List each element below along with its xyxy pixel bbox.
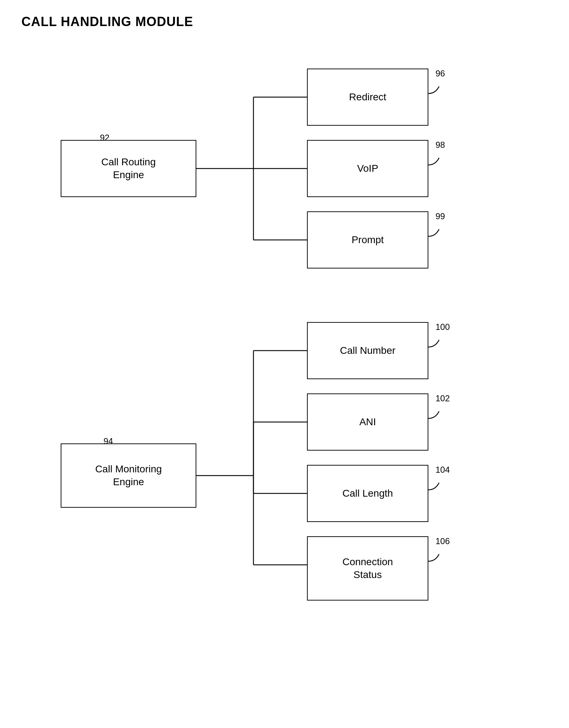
redirect-label: Redirect — [349, 91, 386, 104]
prompt-label: Prompt — [352, 234, 384, 246]
call-length-label: Call Length — [342, 487, 393, 500]
ani-box: ANI — [307, 393, 428, 451]
connection-status-label: ConnectionStatus — [342, 556, 393, 582]
call-number-label: Call Number — [340, 344, 396, 357]
call-length-box: Call Length — [307, 465, 428, 522]
ref-102: 102 — [435, 393, 450, 403]
ref-100: 100 — [435, 322, 450, 332]
ref-106: 106 — [435, 536, 450, 546]
voip-box: VoIP — [307, 140, 428, 197]
calllength-tick — [428, 476, 450, 497]
section-monitoring: Call MonitoringEngine 94 Call Number 100… — [21, 315, 548, 636]
ref-104: 104 — [435, 465, 450, 475]
ref-92: 92 — [100, 133, 110, 143]
section-routing: Call RoutingEngine 92 Redirect 96 VoIP 9… — [21, 51, 548, 293]
ref-98: 98 — [435, 140, 445, 150]
prompt-tick — [428, 222, 450, 243]
call-routing-engine-box: Call RoutingEngine — [61, 140, 196, 197]
page: CALL HANDLING MODULE — [0, 0, 569, 651]
voip-label: VoIP — [357, 162, 378, 175]
connectionstatus-tick — [428, 547, 450, 568]
callnumber-tick — [428, 333, 450, 354]
diagram: Call RoutingEngine 92 Redirect 96 VoIP 9… — [21, 51, 548, 636]
ani-label: ANI — [359, 416, 376, 428]
ref-94: 94 — [104, 436, 113, 446]
call-monitoring-engine-label: Call MonitoringEngine — [95, 463, 162, 489]
ref-99: 99 — [435, 211, 445, 221]
call-number-box: Call Number — [307, 322, 428, 379]
voip-tick — [428, 151, 450, 172]
call-monitoring-engine-box: Call MonitoringEngine — [61, 443, 196, 508]
redirect-tick — [428, 79, 450, 101]
redirect-box: Redirect — [307, 69, 428, 126]
prompt-box: Prompt — [307, 211, 428, 268]
ani-tick — [428, 404, 450, 426]
ref-96: 96 — [435, 69, 445, 79]
page-title: CALL HANDLING MODULE — [21, 14, 548, 29]
connection-status-box: ConnectionStatus — [307, 536, 428, 601]
call-routing-engine-label: Call RoutingEngine — [101, 156, 156, 182]
